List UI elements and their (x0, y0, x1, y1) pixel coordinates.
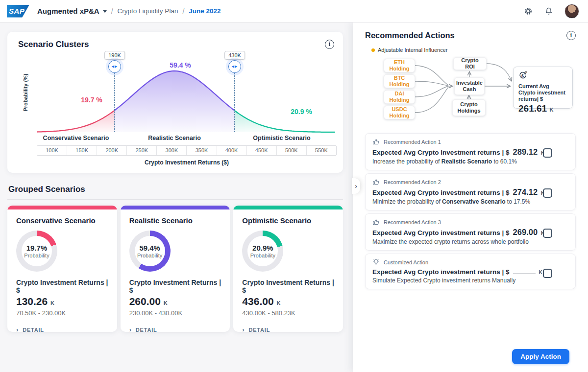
influencer-node-btc[interactable]: BTC Holding (384, 74, 415, 88)
x-axis-tick: 350K (187, 146, 217, 155)
recommended-actions-title: Recommended Actions (365, 31, 455, 40)
x-axis-ticks: 100K150K200K250K300K350K400K450K500K550K (37, 145, 337, 156)
action-checkbox[interactable] (543, 229, 552, 238)
grouped-scenarios-title: Grouped Scenarios (8, 185, 343, 194)
scenario-clusters-card: Scenario Clusters i Probability (%) 190K… (7, 32, 343, 173)
y-axis-label: Probability (%) (23, 56, 28, 129)
info-icon[interactable]: i (566, 31, 576, 40)
breadcrumb-period[interactable]: June 2022 (189, 7, 220, 15)
action-description: Minimize the probability of Conservative… (372, 198, 568, 205)
result-node: $ % Current Avg Ctypto investment return… (513, 67, 573, 109)
action-metric: Expected Avg Crypto investment returns |… (372, 268, 510, 276)
detail-label: DETAIL (248, 327, 270, 332)
influencer-node-usdc[interactable]: USDC Holding (384, 106, 415, 119)
action-kind-label: Recommended Action 3 (384, 219, 441, 225)
action-metric: Expected Avg Crypto investment returns |… (372, 149, 510, 156)
thumbs-up-icon (372, 178, 380, 186)
node-investable-cash[interactable]: Investable Cash (454, 77, 485, 95)
action-kind-label: Recommended Action 1 (384, 139, 441, 145)
probability-label: Probability (24, 253, 49, 258)
scenario-card-realistic: Realistic Scenario 59.4% Probability Cry… (121, 206, 230, 332)
settings-gear-icon[interactable] (523, 6, 533, 16)
node-crypto-holdings[interactable]: Crypto Holdings (452, 99, 486, 116)
action-description: Maximize the expected crypto returns acr… (372, 238, 568, 245)
probability-donut: 20.9% Probability (242, 231, 283, 272)
main-content: Scenario Clusters i Probability (%) 190K… (0, 23, 353, 372)
manual-value-input[interactable] (513, 268, 536, 274)
action-checkbox[interactable] (543, 269, 552, 278)
detail-button[interactable]: ›DETAIL (129, 326, 221, 332)
x-axis-tick: 100K (37, 146, 67, 155)
action-unit: K (539, 270, 542, 275)
thumbs-up-icon (372, 218, 380, 226)
result-value: 261.61 (518, 103, 547, 114)
probability-label: Probability (137, 253, 162, 258)
probability-donut: 19.7% Probability (16, 231, 57, 272)
info-icon[interactable]: i (325, 40, 334, 49)
breadcrumb-separator: / (182, 7, 184, 15)
threshold-value-left[interactable]: 190K (104, 51, 125, 60)
x-axis-tick: 550K (307, 146, 336, 155)
svg-text:%: % (525, 71, 527, 73)
x-axis-tick: 200K (97, 146, 127, 155)
detail-button[interactable]: ›DETAIL (242, 326, 334, 332)
user-avatar[interactable] (564, 4, 579, 19)
node-crypto-roi[interactable]: Crypto ROI (453, 57, 487, 70)
pct-conservative: 19.7 % (81, 96, 102, 104)
app-title-dropdown[interactable]: Augmented xP&A (37, 7, 107, 15)
action-checkbox[interactable] (543, 188, 552, 198)
lightbulb-icon (372, 258, 380, 266)
action-checkbox[interactable] (543, 148, 552, 158)
metric-unit: K (50, 300, 54, 306)
chevron-right-icon: › (129, 326, 132, 332)
card-accent-bar (7, 206, 117, 209)
notifications-bell-icon[interactable] (544, 6, 554, 16)
influencer-legend: Adjustable Internal Influencer (371, 47, 576, 53)
action-metric: Expected Avg Crypto investment returns |… (372, 229, 510, 236)
slider-handle-left[interactable]: ◀▶ (108, 60, 121, 73)
probability-label: Probability (250, 253, 275, 258)
threshold-line-right (234, 73, 235, 132)
action-kind-label: Recommended Action 2 (384, 179, 441, 185)
chevron-right-icon: › (242, 326, 245, 332)
influencer-node-eth[interactable]: ETH Holding (384, 59, 415, 72)
probability-value: 20.9% (252, 244, 273, 252)
breadcrumb-plan[interactable]: Crypto Liquidity Plan (118, 7, 178, 15)
detail-button[interactable]: ›DETAIL (16, 326, 108, 332)
app-header: SAP Augmented xP&A / Crypto Liquidity Pl… (0, 0, 588, 23)
metric-range: 70.50K - 230.00K (16, 309, 108, 317)
metric-unit: K (276, 300, 280, 306)
recommended-actions-panel: › Recommended Actions i Adjustable Inter… (353, 23, 588, 372)
breadcrumb-separator: / (111, 7, 113, 15)
chevron-down-icon (103, 10, 107, 13)
metric-label: Crypto Investment Returns | $ (129, 279, 221, 294)
x-axis-tick: 500K (277, 146, 307, 155)
action-kind-label: Customized Action (384, 259, 428, 265)
scenario-card-conservative: Conservative Scenario 19.7% Probability … (7, 206, 117, 332)
scenario-card-title: Optimistic Scenario (242, 216, 334, 225)
recommended-action-3-row: Recommended Action 3 Expected Avg Crypto… (365, 213, 576, 251)
metric-range: 230.00K - 430.00K (129, 309, 221, 317)
chevron-right-icon: › (16, 326, 19, 332)
influencer-node-dai[interactable]: DAI Holding (384, 90, 415, 104)
pct-optimistic: 20.9 % (291, 108, 312, 116)
result-label: Current Avg Ctypto investment returns| $ (518, 83, 567, 102)
sap-logo: SAP (7, 5, 29, 18)
result-unit: K (549, 107, 553, 113)
action-description: Increase the probability of Realistic Sc… (372, 158, 568, 165)
scenario-card-title: Conservative Scenario (16, 216, 108, 225)
apply-action-button[interactable]: Apply Action (512, 349, 569, 364)
panel-collapse-toggle[interactable]: › (352, 178, 360, 194)
metric-value: 130.26 (16, 296, 48, 307)
action-value: 274.12 (513, 187, 538, 197)
segment-label-optimistic: Optimistic Scenario (253, 135, 310, 141)
x-axis-tick: 150K (67, 146, 97, 155)
threshold-value-right[interactable]: 430K (224, 51, 245, 60)
metric-label: Crypto Investment Returns | $ (242, 279, 334, 294)
probability-donut: 59.4% Probability (129, 231, 171, 272)
action-value: 269.00 (513, 228, 538, 237)
action-value: 289.12 (513, 147, 538, 157)
legend-label: Adjustable Internal Influencer (378, 47, 447, 53)
slider-handle-right[interactable]: ◀▶ (228, 60, 241, 73)
detail-label: DETAIL (23, 327, 44, 332)
